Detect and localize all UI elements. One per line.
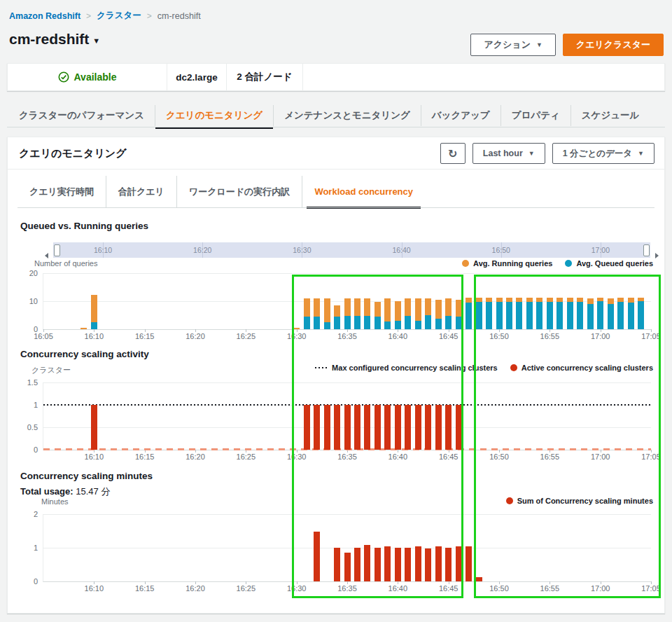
legend-item: Avg. Queued queries [565,259,653,268]
slider-right-handle[interactable] [643,244,650,256]
bar-queries [344,298,351,317]
slider-time-label: 16:40 [386,246,417,254]
x-tick-label: 16:15 [132,584,158,593]
legend-label: Avg. Running queries [473,259,552,268]
legend-item: Max configured concurrency scaling clust… [315,364,498,372]
y-tick-label: 0.5 [15,423,38,431]
x-tick-label: 16:40 [385,452,410,461]
x-tick-label: 16:30 [284,452,309,461]
bar-activity [314,405,320,450]
node-count-value: 2 合計ノード [237,71,292,83]
bar-activity [364,405,370,450]
chart-queued-vs-running: 0102016:0516:1016:1516:2016:2516:3016:35… [43,273,651,330]
slider-time-label: 16:50 [486,246,517,254]
bar-queries [608,298,614,304]
subtab-workload-concurrency[interactable]: Workload concurrency [302,176,425,207]
tab-schedule[interactable]: スケジュール [570,105,650,126]
bar-queries [91,322,97,329]
bar-queries [536,298,542,302]
cluster-tabs: クラスターのパフォーマンス クエリのモニタリング メンテナンスとモニタリング バ… [8,105,650,126]
bar-queries [556,298,563,302]
bar-queries [293,328,300,329]
bar-queries [486,298,492,302]
y-tick-label: 1 [15,401,38,409]
tab-label: クエリのモニタリング [166,109,262,122]
dotted-line-icon [315,367,328,368]
tab-label: スケジュール [582,109,640,122]
y-tick-label: 2 [15,510,38,518]
x-tick-label: 16:25 [233,332,258,340]
bar-activity [334,405,340,450]
bar-queries [567,302,573,329]
subtab-workload-breakdown[interactable]: ワークロードの実行内訳 [176,176,302,207]
slider-right-arrow-icon[interactable] [655,253,659,258]
status-cell-available: Available [8,64,167,90]
tab-label: バックアップ [432,109,490,122]
bar-queries [486,302,492,329]
slider-time-label: 16:30 [286,246,317,254]
bar-activity [304,405,310,450]
bar-queries [465,298,472,302]
check-circle-icon [58,71,69,83]
bar-queries [526,298,533,302]
tab-backup[interactable]: バックアップ [421,105,500,126]
bar-queries [91,295,97,322]
breadcrumb-link-redshift[interactable]: Amazon Redshift [9,11,80,21]
bar-queries [536,302,542,329]
refresh-button[interactable]: ↻ [440,143,465,164]
tab-query-monitoring[interactable]: クエリのモニタリング [155,105,273,126]
x-tick-label: 16:45 [436,452,461,461]
bar-queries [516,298,522,302]
total-usage: Total usage: 15.47 分 [20,485,110,498]
bar-queries [384,322,391,329]
status-cell-node-type: dc2.large [167,64,227,90]
legend-label: Max configured concurrency scaling clust… [332,364,498,372]
subtab-query-duration[interactable]: クエリ実行時間 [18,176,106,207]
time-range-dropdown[interactable]: Last hour ▼ [472,143,545,164]
bar-queries [415,298,421,321]
subtab-label: ワークロードの実行内訳 [189,186,290,198]
legend-dot-icon [510,364,517,371]
bar-queries [445,298,451,317]
query-cluster-button[interactable]: クエリクラスター [563,34,664,56]
refresh-icon: ↻ [448,147,457,160]
chevron-down-icon: ▼ [638,150,644,157]
tab-maintenance-monitoring[interactable]: メンテナンスとモニタリング [273,105,421,126]
y-tick-label: 20 [15,269,38,277]
bar-minutes [395,548,401,581]
legend-item: Active concurrency scaling clusters [510,364,653,372]
bar-queries [334,305,340,317]
bar-queries [314,298,320,317]
panel-header-divider [8,169,664,170]
bar-activity [415,405,421,450]
x-tick-label: 17:00 [588,332,613,340]
bar-queries [638,301,644,329]
tab-properties[interactable]: プロパティ [500,105,570,126]
slider-left-handle[interactable] [54,244,60,256]
panel-controls: ↻ Last hour ▼ 1 分ごとのデータ ▼ [440,143,654,164]
subtab-total-queries[interactable]: 合計クエリ [106,176,176,207]
panel-title: クエリのモニタリング [19,147,127,160]
chart-scaling-activity: 00.511.516:1016:1516:2016:2516:3016:3516… [43,382,651,450]
slider-left-arrow-icon[interactable] [45,253,48,258]
x-tick-label: 16:35 [335,332,360,340]
bar-queries [395,321,401,329]
bar-queries [567,298,573,302]
granularity-dropdown[interactable]: 1 分ごとのデータ ▼ [552,143,654,164]
actions-button[interactable]: アクション ▼ [470,34,555,56]
bar-queries [496,298,503,302]
time-range-slider[interactable]: 16:1016:2016:3016:4016:5017:00 [53,242,650,258]
x-tick-label: 16:25 [233,452,258,461]
tab-cluster-performance[interactable]: クラスターのパフォーマンス [8,105,155,126]
bar-activity [91,405,97,450]
bar-queries [364,298,370,317]
bar-queries [435,300,442,319]
subtab-label: Workload concurrency [314,186,413,197]
bar-activity [344,405,351,450]
query-monitoring-panel: クエリのモニタリング ↻ Last hour ▼ 1 分ごとのデータ ▼ クエリ… [7,137,665,614]
bar-minutes [364,545,370,581]
cluster-title-dropdown[interactable]: cm-redshift ▼ [9,31,100,48]
legend-dot-icon [565,260,572,267]
legend-dot-icon [462,260,469,267]
breadcrumb-link-clusters[interactable]: クラスター [97,10,141,22]
